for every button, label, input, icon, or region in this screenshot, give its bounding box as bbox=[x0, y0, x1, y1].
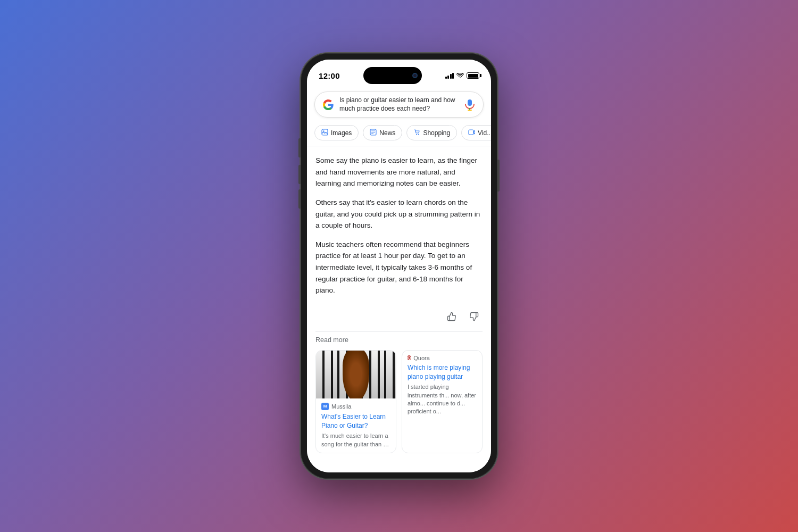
shopping-tab-icon bbox=[413, 129, 420, 137]
phone-frame: 12:00 bbox=[301, 53, 497, 479]
ai-paragraph-1: Some say the piano is easier to learn, a… bbox=[315, 155, 483, 189]
search-input-box[interactable]: Is piano or guitar easier to learn and h… bbox=[314, 92, 484, 118]
mussila-card-body: M Mussila What's Easier to Learn Piano o… bbox=[316, 398, 396, 453]
quora-card-body: Q Quora Which is more playing piano play… bbox=[402, 351, 482, 420]
status-time: 12:00 bbox=[319, 71, 340, 80]
tab-images[interactable]: Images bbox=[314, 125, 359, 140]
mussila-card-title: What's Easier to Learn Piano or Guitar? bbox=[321, 412, 390, 430]
quora-source-row: Q Quora bbox=[408, 355, 477, 361]
read-more[interactable]: Read more bbox=[315, 332, 483, 350]
camera-dot bbox=[412, 73, 418, 78]
search-query-text: Is piano or guitar easier to learn and h… bbox=[339, 96, 459, 113]
images-tab-icon bbox=[321, 129, 328, 137]
search-bar[interactable]: Is piano or guitar easier to learn and h… bbox=[307, 87, 491, 123]
status-icons bbox=[445, 72, 480, 80]
svg-rect-3 bbox=[322, 129, 328, 135]
ai-paragraph-2: Others say that it's easier to learn cho… bbox=[315, 197, 483, 231]
svg-rect-0 bbox=[468, 99, 472, 106]
wifi-icon bbox=[456, 72, 464, 80]
thumbs-up-button[interactable] bbox=[443, 308, 460, 325]
dynamic-island bbox=[363, 67, 422, 84]
quora-card[interactable]: Q Quora Which is more playing piano play… bbox=[402, 350, 483, 453]
svg-rect-11 bbox=[469, 130, 473, 135]
status-bar: 12:00 bbox=[307, 60, 491, 87]
source-cards: M Mussila What's Easier to Learn Piano o… bbox=[315, 350, 483, 462]
svg-point-10 bbox=[418, 134, 419, 135]
main-content: Some say the piano is easier to learn, a… bbox=[307, 146, 491, 472]
mussila-card[interactable]: M Mussila What's Easier to Learn Piano o… bbox=[315, 350, 396, 453]
mussila-source-row: M Mussila bbox=[321, 403, 390, 410]
signal-bars-icon bbox=[445, 73, 454, 79]
tab-videos-label: Vid... bbox=[478, 129, 491, 137]
filter-tabs: Images News Shopping Vid... bbox=[307, 123, 491, 146]
battery-fill bbox=[468, 74, 478, 78]
google-logo bbox=[322, 99, 334, 111]
tab-images-label: Images bbox=[331, 129, 352, 137]
videos-tab-icon bbox=[468, 129, 475, 137]
mussila-card-image bbox=[316, 351, 396, 398]
thumbs-down-button[interactable] bbox=[466, 308, 483, 325]
svg-point-4 bbox=[323, 130, 324, 131]
phone-screen: 12:00 bbox=[307, 60, 491, 472]
ai-paragraph-3: Music teachers often recommend that begi… bbox=[315, 239, 483, 296]
quora-source-name: Quora bbox=[413, 355, 430, 361]
tab-shopping-label: Shopping bbox=[423, 129, 450, 137]
quora-card-snippet: I started playing instruments th... now,… bbox=[408, 383, 477, 416]
mussila-favicon: M bbox=[321, 403, 329, 410]
mussila-card-snippet: It's much easier to learn a song for the… bbox=[321, 432, 390, 448]
tab-news-label: News bbox=[379, 129, 395, 137]
guitar-body-overlay bbox=[343, 351, 369, 398]
quora-card-title: Which is more playing piano playing guit… bbox=[408, 363, 477, 381]
svg-point-9 bbox=[416, 134, 417, 135]
mic-icon[interactable] bbox=[464, 99, 476, 111]
tab-shopping[interactable]: Shopping bbox=[406, 125, 457, 140]
news-tab-icon bbox=[370, 129, 377, 137]
feedback-row bbox=[315, 304, 483, 332]
quora-favicon: Q bbox=[408, 355, 411, 360]
battery-icon bbox=[467, 72, 479, 79]
tab-news[interactable]: News bbox=[363, 125, 402, 140]
mussila-source-name: Mussila bbox=[331, 403, 351, 410]
tab-videos[interactable]: Vid... bbox=[461, 125, 491, 140]
